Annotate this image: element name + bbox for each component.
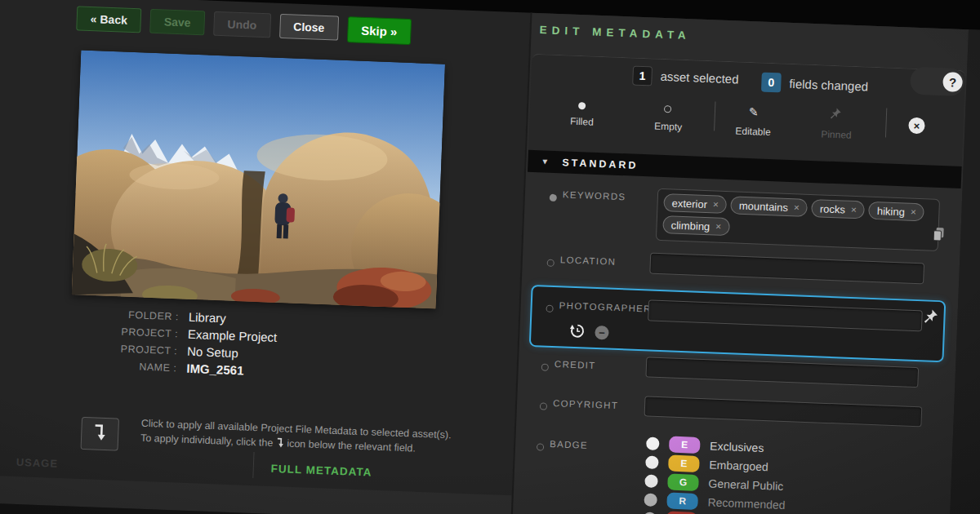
fields-changed-count: 0: [761, 73, 782, 93]
badge-pill: R: [666, 493, 698, 510]
undo-button[interactable]: Undo: [213, 11, 271, 38]
keyword-tag-label: exterior: [671, 197, 707, 210]
location-input[interactable]: [649, 252, 924, 284]
badge-option-label: Embargoed: [709, 458, 768, 473]
credit-label: CREDIT: [555, 359, 596, 370]
badge-option-general-public[interactable]: G General Public: [644, 472, 786, 494]
pencil-icon: ✎: [749, 105, 759, 118]
tag-remove-icon[interactable]: ×: [713, 198, 719, 210]
asset-info-label: NAME :: [49, 357, 186, 374]
keyword-tag-label: mountains: [739, 199, 789, 213]
skip-button[interactable]: Skip »: [347, 16, 412, 45]
asset-info-label: FOLDER :: [51, 305, 189, 323]
panel-title: EDIT METADATA: [539, 24, 691, 42]
assets-selected-count: 1: [632, 66, 653, 86]
field-status-dot: [547, 259, 555, 267]
tag-remove-icon[interactable]: ×: [715, 221, 722, 233]
field-status-dot: [540, 402, 547, 410]
apply-arrow-inline-icon: [275, 436, 284, 453]
keywords-input[interactable]: exterior× mountains× rocks× hiking× clim…: [656, 188, 940, 251]
radio-button[interactable]: [644, 474, 658, 488]
tag-remove-icon[interactable]: ×: [794, 202, 800, 213]
keywords-label: KEYWORDS: [563, 189, 626, 202]
pin-icon: [829, 107, 843, 124]
screenshot-root: « Back Save Undo Close Skip »: [0, 0, 980, 514]
pin-icon[interactable]: [922, 308, 939, 328]
asset-project-setup-value: No Setup: [187, 345, 277, 361]
assets-selected-label: asset selected: [660, 69, 738, 86]
asset-info-label: PROJECT :: [51, 322, 188, 340]
keyword-tag[interactable]: climbing×: [662, 215, 729, 236]
field-status-dot: [537, 443, 544, 450]
keyword-tag[interactable]: rocks×: [811, 199, 865, 219]
copy-icon[interactable]: [932, 227, 946, 246]
filter-filled-label: Filled: [549, 115, 614, 129]
apply-arrow-icon: [92, 422, 108, 445]
usage-section-label[interactable]: USAGE: [16, 456, 59, 470]
keyword-tag-label: climbing: [670, 219, 710, 233]
filter-editable-label: Editable: [720, 125, 786, 139]
badge-pill: G: [667, 474, 699, 491]
asset-info: FOLDER : Library PROJECT : Example Proje…: [49, 305, 278, 379]
app-window: « Back Save Undo Close Skip »: [0, 0, 980, 514]
field-status-dot: [546, 305, 553, 312]
edit-metadata-panel: EDIT METADATA ? 1 asset selected 0 field…: [509, 13, 969, 514]
apply-all-metadata-button[interactable]: [81, 417, 120, 451]
back-button[interactable]: « Back: [76, 6, 141, 33]
radio-button[interactable]: [644, 493, 657, 507]
field-status-dot: [550, 194, 557, 202]
keyword-tag[interactable]: exterior×: [663, 193, 727, 214]
keyword-tag[interactable]: hiking×: [869, 202, 925, 222]
location-label: LOCATION: [560, 255, 617, 267]
toolbar: « Back Save Undo Close Skip »: [76, 6, 412, 45]
radio-button[interactable]: [645, 455, 659, 469]
full-metadata-link[interactable]: FULL METADATA: [270, 463, 372, 479]
keyword-tag-label: rocks: [820, 202, 846, 215]
badge-option-label: General Public: [708, 476, 783, 493]
asset-folder-value: Library: [189, 311, 278, 327]
credit-input[interactable]: [645, 357, 919, 388]
badge-option-label: Recommended: [707, 495, 785, 512]
divider: [252, 452, 254, 478]
photographer-field-selected[interactable]: PHOTOGRAPHER −: [529, 285, 947, 362]
photographer-input[interactable]: [648, 299, 923, 331]
keyword-tag[interactable]: mountains×: [731, 196, 808, 217]
badge-options: E Exclusives E Embargoed G General Publi…: [643, 435, 787, 514]
history-icon[interactable]: [568, 322, 586, 343]
badge-pill: E: [668, 455, 700, 472]
asset-project-value: Example Project: [188, 328, 278, 344]
badge-label: BADGE: [550, 439, 588, 450]
chevron-down-icon: ▼: [541, 157, 549, 166]
apply-help-text: Click to apply all available Project Fil…: [140, 417, 468, 459]
badge-option-embargoed[interactable]: E Embargoed: [645, 454, 787, 476]
save-button[interactable]: Save: [149, 9, 205, 36]
asset-info-label: PROJECT :: [50, 339, 187, 357]
badge-option-exclusives[interactable]: E Exclusives: [646, 435, 788, 457]
badge-pill: [666, 511, 697, 514]
badge-option-recommended[interactable]: R Recommended: [644, 491, 786, 513]
tag-remove-icon[interactable]: ×: [911, 206, 917, 218]
copyright-label: COPYRIGHT: [553, 398, 618, 410]
tag-remove-icon[interactable]: ×: [851, 204, 858, 215]
field-status-dot: [541, 363, 549, 370]
badge-pill: E: [669, 436, 701, 454]
close-button[interactable]: Close: [279, 14, 339, 41]
badge-option-label: Exclusives: [710, 439, 764, 454]
radio-button[interactable]: [646, 436, 660, 450]
minus-circle-icon[interactable]: −: [595, 326, 609, 340]
copyright-input[interactable]: [644, 396, 923, 427]
asset-name-value: IMG_2561: [186, 362, 276, 379]
keyword-tag-label: hiking: [877, 205, 906, 218]
section-standard-label: STANDARD: [562, 157, 639, 171]
photographer-label: PHOTOGRAPHER: [559, 300, 652, 313]
selection-summary-panel: [528, 54, 965, 166]
asset-preview-image: [72, 51, 445, 309]
